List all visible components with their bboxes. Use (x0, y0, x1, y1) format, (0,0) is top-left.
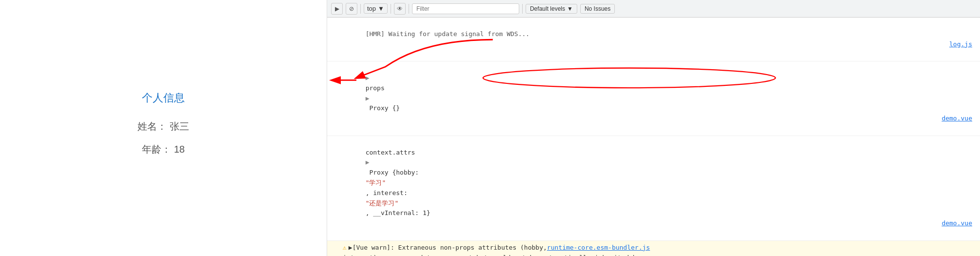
hmr-text: [HMR] Waiting for update signal from WDS… (366, 30, 530, 38)
console-content: [HMR] Waiting for update signal from WDS… (327, 18, 980, 256)
context-selector[interactable]: top ▼ (364, 3, 388, 14)
props-proxy: Proxy {} (366, 104, 400, 112)
warning-header: ⚠ ▶ [Vue warn]: Extraneous non-props att… (343, 243, 976, 253)
warning-text-pre: [Vue warn]: Extraneous non-props attribu… (353, 243, 547, 253)
section-title: 个人信息 (142, 91, 185, 105)
dropdown-arrow-icon: ▼ (378, 5, 384, 12)
hmr-file-link[interactable]: log.js (949, 39, 972, 50)
no-issues-button[interactable]: No Issues (580, 4, 615, 14)
warning-line2: interest) were passed to component but c… (343, 254, 660, 256)
warning-icon: ⚠ (343, 243, 347, 253)
context-text-pre: context.attrs (366, 149, 419, 156)
name-label: 姓名： (137, 121, 167, 132)
toolbar-separator-3 (409, 4, 409, 14)
name-row: 姓名： 张三 (137, 120, 189, 133)
devtools-toolbar: ▶ ⊘ top ▼ 👁 Default levels ▼ No Issues (327, 0, 980, 18)
context-file-link[interactable]: demo.vue (941, 218, 972, 229)
left-panel: 个人信息 姓名： 张三 年龄： 18 (0, 0, 327, 256)
warning-text-line2: interest) were passed to component but c… (343, 253, 976, 256)
context-interest-value: "还是学习" (366, 199, 399, 207)
context-proxy: Proxy {hobby: (366, 169, 423, 176)
props-file-link[interactable]: demo.vue (941, 114, 972, 124)
no-issues-label: No Issues (585, 5, 610, 12)
name-value: 张三 (170, 121, 189, 132)
execute-button[interactable]: ▶ (331, 3, 343, 15)
warning-expand-arrow: ▶ (349, 243, 353, 253)
age-label: 年龄： (142, 144, 171, 155)
context-mid: , interest: (366, 189, 412, 197)
warning-block: ⚠ ▶ [Vue warn]: Extraneous non-props att… (327, 241, 980, 256)
console-line-props: ▶ props ▶ Proxy {} demo.vue (327, 61, 980, 136)
age-row: 年龄： 18 (142, 143, 185, 156)
console-line-hmr: [HMR] Waiting for update signal from WDS… (327, 18, 980, 61)
toolbar-separator-4 (522, 4, 523, 14)
default-levels-arrow-icon: ▼ (567, 5, 573, 12)
toolbar-separator-1 (360, 4, 361, 14)
context-arrow: ▶ (366, 158, 370, 166)
block-button[interactable]: ⊘ (346, 3, 357, 15)
devtools-panel: ▶ ⊘ top ▼ 👁 Default levels ▼ No Issues [… (327, 0, 980, 256)
age-value: 18 (174, 144, 185, 155)
context-label: top (367, 5, 376, 12)
toolbar-separator-2 (391, 4, 391, 14)
context-hobby-value: "学习" (366, 179, 386, 186)
filter-input[interactable] (412, 3, 519, 14)
default-levels-button[interactable]: Default levels ▼ (526, 4, 577, 14)
warning-file-link[interactable]: runtime-core.esm-bundler.js (547, 243, 650, 253)
eye-button[interactable]: 👁 (394, 3, 406, 15)
default-levels-label: Default levels (530, 5, 565, 12)
console-line-context: context.attrs ▶ Proxy {hobby: "学习" , int… (327, 136, 980, 241)
props-arrow: ▶ (366, 74, 370, 81)
console-area: [HMR] Waiting for update signal from WDS… (327, 18, 980, 256)
props-text: props (366, 84, 389, 92)
props-inner-arrow: ▶ (366, 95, 370, 102)
context-post: , __vInternal: 1} (366, 209, 431, 217)
